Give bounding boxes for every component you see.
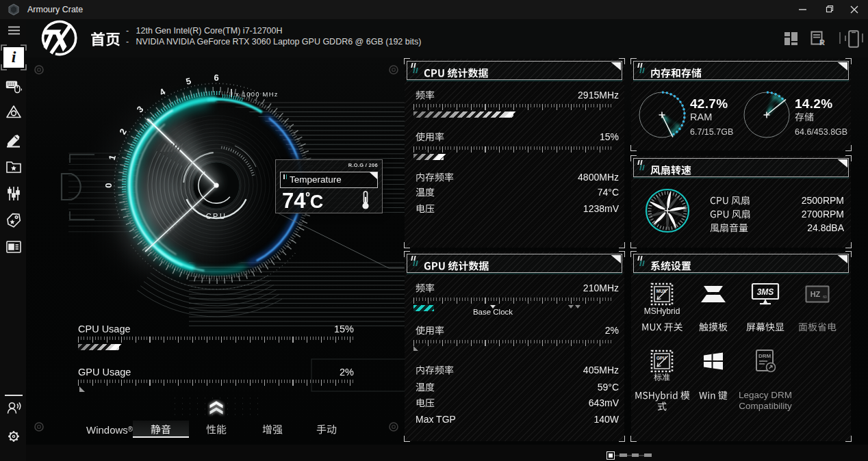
svg-text:R: R: [819, 38, 825, 47]
svg-text:0: 0: [103, 183, 114, 187]
svg-text:x 1000 MHz: x 1000 MHz: [235, 90, 279, 98]
svg-text:HZ: HZ: [810, 290, 821, 298]
svg-text:DRM: DRM: [758, 353, 771, 359]
svg-text:MUX: MUX: [656, 289, 667, 293]
svg-text:6: 6: [214, 73, 218, 83]
svg-text:60: 60: [823, 295, 827, 299]
svg-text:3MS: 3MS: [757, 287, 774, 297]
svg-text:CPU: CPU: [206, 212, 227, 220]
